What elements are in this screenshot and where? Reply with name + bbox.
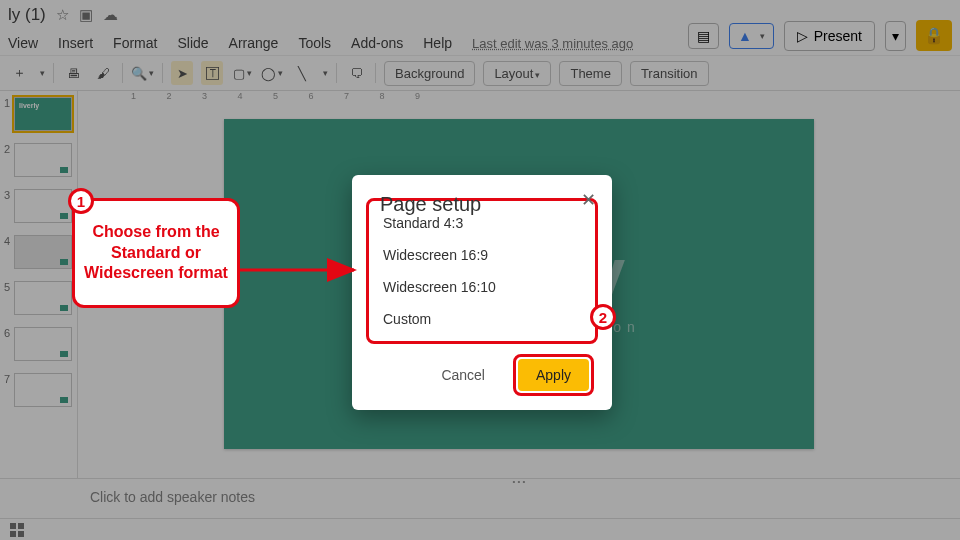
page-setup-options: Standard 4:3 Widescreen 16:9 Widescreen … — [366, 198, 598, 344]
option-custom[interactable]: Custom — [379, 303, 585, 335]
annotation-badge-2: 2 — [590, 304, 616, 330]
annotation-callout: Choose from the Standard or Widescreen f… — [72, 198, 240, 308]
option-widescreen-16-9[interactable]: Widescreen 16:9 — [379, 239, 585, 271]
cancel-button[interactable]: Cancel — [423, 354, 503, 396]
apply-button[interactable]: Apply — [518, 359, 589, 391]
option-widescreen-16-10[interactable]: Widescreen 16:10 — [379, 271, 585, 303]
close-icon[interactable]: ✕ — [581, 189, 596, 211]
apply-highlight: Apply — [513, 354, 594, 396]
annotation-arrow — [236, 256, 366, 286]
annotation-text: Choose from the Standard or Widescreen f… — [83, 222, 229, 284]
annotation-badge-1: 1 — [68, 188, 94, 214]
page-setup-dialog: ✕ Page setup Standard 4:3 Widescreen 16:… — [352, 175, 612, 410]
